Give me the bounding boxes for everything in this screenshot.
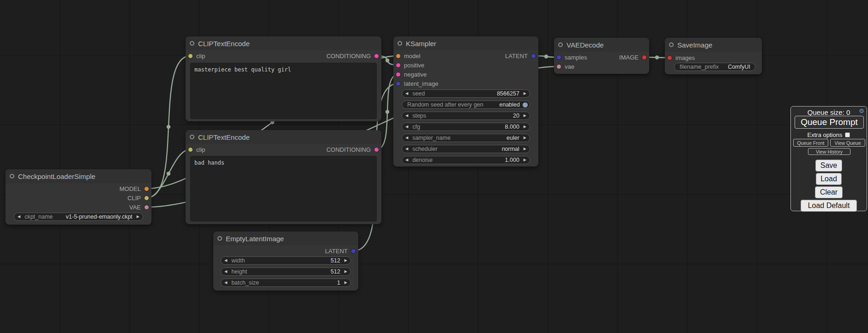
view-queue-button[interactable]: View Queue (830, 139, 865, 147)
node-title: EmptyLatentImage (226, 235, 284, 243)
clip-port-icon[interactable] (144, 196, 149, 201)
ckpt-name-widget[interactable]: ckpt_name v1-5-pruned-emaonly.ckpt (14, 213, 143, 221)
view-history-button[interactable]: View History (808, 148, 850, 155)
batch-size-widget[interactable]: batch_size 1 (221, 279, 351, 287)
clear-button[interactable]: Clear (815, 186, 843, 198)
node-header[interactable]: CLIPTextEncode (186, 36, 381, 50)
node-header[interactable]: CheckpointLoaderSimple (6, 169, 151, 183)
increment-icon[interactable] (524, 114, 526, 118)
widget-value: 512 (331, 257, 340, 264)
node-clip-text-encode-positive[interactable]: CLIPTextEncode clip CONDITIONING masterp… (186, 36, 381, 121)
widget-label: scheduler (412, 146, 437, 152)
slot-label: CONDITIONING (326, 53, 371, 59)
queue-prompt-button[interactable]: Queue Prompt (795, 116, 864, 129)
next-value-icon[interactable] (137, 215, 139, 219)
save-button[interactable]: Save (815, 160, 842, 172)
collapse-icon[interactable] (190, 41, 194, 46)
queue-front-button[interactable]: Queue Front (793, 139, 828, 147)
settings-gear-icon[interactable] (859, 108, 864, 114)
decrement-icon[interactable] (224, 259, 227, 262)
negative-prompt-textarea[interactable]: bad hands (190, 156, 377, 221)
model-port-icon[interactable] (144, 186, 149, 191)
widget-value: 8.000 (505, 124, 519, 130)
image-port-icon[interactable] (667, 55, 672, 60)
random-seed-toggle-widget[interactable]: Random seed after every gen enabled (402, 101, 530, 109)
decrement-icon[interactable] (405, 114, 408, 118)
node-header[interactable]: CLIPTextEncode (186, 130, 381, 144)
increment-icon[interactable] (344, 270, 347, 274)
node-save-image[interactable]: SaveImage images filename_prefix ComfyUI (665, 38, 762, 74)
collapse-icon[interactable] (398, 41, 402, 46)
output-slot-latent: LATENT (213, 247, 358, 255)
increment-icon[interactable] (524, 92, 526, 95)
sampler-name-widget[interactable]: sampler_name euler (402, 134, 530, 142)
comfyui-node-canvas[interactable]: { "colors": { "MODEL": "#d98b3c", "CLIP"… (0, 0, 868, 333)
decrement-icon[interactable] (405, 158, 408, 162)
increment-icon[interactable] (524, 125, 526, 129)
cfg-widget[interactable]: cfg 8.000 (402, 123, 530, 131)
node-header[interactable]: SaveImage (665, 38, 762, 52)
node-ksampler[interactable]: KSampler model positive negative latent_… (393, 36, 538, 166)
extra-options-checkbox[interactable] (845, 132, 850, 137)
latent-port-icon[interactable] (351, 249, 356, 254)
widget-value: euler (506, 135, 519, 141)
positive-prompt-textarea[interactable]: masterpiece best quality girl (190, 63, 377, 119)
input-slot-latent-image: latent_image (393, 79, 538, 88)
latent-port-icon[interactable] (396, 81, 401, 86)
vae-port-icon[interactable] (144, 205, 149, 210)
conditioning-port-icon[interactable] (374, 54, 379, 59)
increment-icon[interactable] (344, 259, 347, 262)
output-slot-model: MODEL (6, 184, 151, 193)
conditioning-port-icon[interactable] (374, 147, 379, 152)
node-header[interactable]: VAEDecode (554, 38, 649, 52)
slot-label: LATENT (325, 248, 348, 255)
output-slot-conditioning: CONDITIONING (186, 52, 381, 60)
decrement-icon[interactable] (405, 125, 408, 129)
widget-label: width (231, 257, 245, 264)
slot-label: images (675, 54, 695, 61)
widget-value: ComfyUI (728, 64, 750, 70)
node-header[interactable]: KSampler (393, 36, 538, 50)
toggle-on-icon[interactable] (523, 102, 528, 107)
collapse-icon[interactable] (10, 174, 14, 178)
scheduler-widget[interactable]: scheduler normal (402, 145, 530, 153)
decrement-icon[interactable] (224, 270, 227, 274)
collapse-icon[interactable] (669, 42, 674, 47)
increment-icon[interactable] (344, 281, 347, 285)
height-widget[interactable]: height 512 (221, 268, 351, 276)
prev-value-icon[interactable] (405, 136, 408, 140)
prev-value-icon[interactable] (405, 147, 408, 151)
node-title: KSampler (406, 40, 436, 48)
seed-widget[interactable]: seed 8566257 (402, 89, 530, 98)
image-port-icon[interactable] (642, 55, 647, 60)
filename-prefix-widget[interactable]: filename_prefix ComfyUI (674, 63, 755, 71)
slot-label: CLIP (127, 195, 141, 202)
conditioning-port-icon[interactable] (396, 63, 401, 68)
vae-port-icon[interactable] (556, 64, 561, 69)
slot-label: vae (565, 63, 574, 70)
node-checkpoint-loader-simple[interactable]: CheckpointLoaderSimple MODEL CLIP VAE ck… (6, 169, 151, 225)
decrement-icon[interactable] (405, 92, 408, 95)
node-vae-decode[interactable]: VAEDecode samples vae IMAGE (554, 38, 649, 74)
increment-icon[interactable] (524, 158, 526, 162)
comfy-menu-panel: Queue size: 0 Queue Prompt Extra options… (790, 106, 867, 211)
steps-widget[interactable]: steps 20 (402, 112, 530, 120)
collapse-icon[interactable] (217, 236, 222, 241)
conditioning-port-icon[interactable] (396, 72, 401, 77)
prev-value-icon[interactable] (18, 215, 20, 219)
node-empty-latent-image[interactable]: EmptyLatentImage LATENT width 512 height… (213, 232, 358, 291)
extra-options-label: Extra options (808, 131, 843, 138)
next-value-icon[interactable] (524, 147, 526, 151)
load-button[interactable]: Load (816, 173, 842, 185)
next-value-icon[interactable] (524, 136, 526, 140)
node-clip-text-encode-negative[interactable]: CLIPTextEncode clip CONDITIONING bad han… (186, 130, 381, 224)
node-header[interactable]: EmptyLatentImage (213, 232, 358, 245)
output-slot-vae: VAE (6, 203, 151, 211)
load-default-button[interactable]: Load Default (801, 200, 857, 212)
denoise-widget[interactable]: denoise 1.000 (402, 156, 530, 164)
decrement-icon[interactable] (224, 281, 227, 285)
width-widget[interactable]: width 512 (221, 256, 351, 265)
latent-port-icon[interactable] (531, 54, 536, 59)
collapse-icon[interactable] (558, 42, 563, 47)
collapse-icon[interactable] (190, 135, 194, 139)
